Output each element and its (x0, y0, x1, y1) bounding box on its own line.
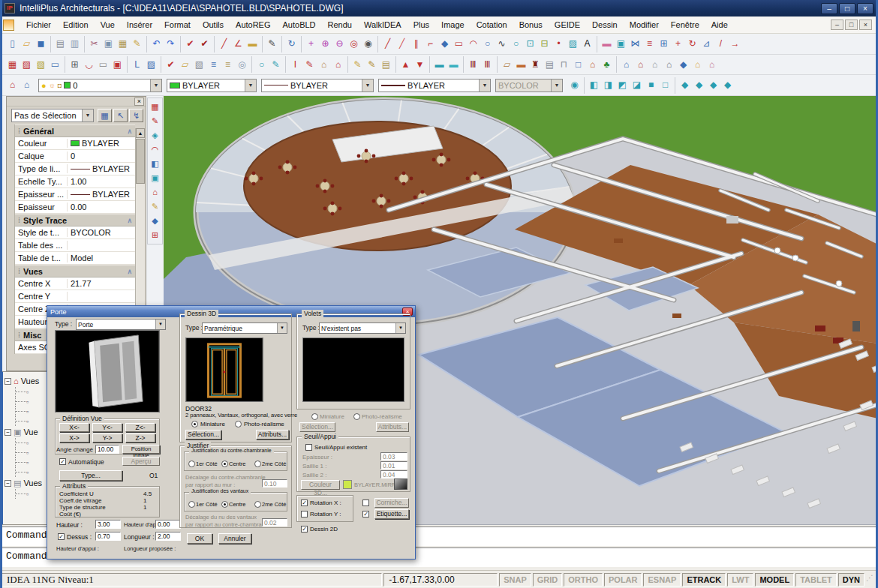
dessin-2d-checkbox[interactable]: ✓ (301, 526, 308, 532)
menu-fichier[interactable]: Fichier (20, 18, 57, 32)
pan-icon[interactable]: + (304, 37, 318, 51)
volets-type-combo[interactable]: N'existent pas▼ (319, 322, 406, 334)
property-row-type-de-li-[interactable]: Type de li...BYLAYER (15, 163, 135, 176)
menu-fenetre[interactable]: Fenêtre (665, 18, 705, 32)
property-value[interactable]: 0.00 (68, 202, 135, 212)
zoom-window-icon[interactable]: ◎ (347, 37, 361, 51)
railing-edit-icon[interactable]: Ⅲ (480, 58, 495, 72)
house-arrow-icon[interactable]: ⌂ (331, 58, 345, 72)
lineweight-combo[interactable]: BYLAYER ▼ (378, 79, 491, 92)
edit-pen-icon[interactable]: ✎ (269, 58, 283, 72)
toggle-esnap[interactable]: ESNAP (643, 573, 681, 586)
move-icon[interactable]: + (671, 37, 685, 51)
quick-select-icon[interactable]: ↯ (129, 109, 143, 122)
automatique-checkbox[interactable]: ✓ (59, 458, 66, 465)
scale-icon[interactable]: ⊿ (699, 37, 714, 51)
property-value[interactable]: Model (68, 254, 135, 262)
door-type-combo[interactable]: Porte▼ (76, 319, 166, 330)
close-button[interactable]: × (857, 3, 873, 14)
menu-format[interactable]: Format (158, 18, 197, 32)
v-centre-radio[interactable] (221, 501, 228, 508)
double-line-icon[interactable]: ∥ (409, 37, 423, 51)
hatch-icon[interactable]: ▨ (566, 37, 580, 51)
menu-bonus[interactable]: Bonus (513, 18, 549, 32)
wall-tool-icon[interactable]: ▦ (148, 100, 162, 114)
slab-tool-icon[interactable]: ◧ (148, 157, 162, 171)
toggle-ortho[interactable]: ORTHO (564, 573, 603, 586)
window-insert-icon[interactable]: ▣ (110, 58, 125, 72)
toggle-model[interactable]: MODEL (755, 573, 794, 586)
open-folder-icon[interactable]: ▱ (20, 37, 34, 51)
cabinet-icon[interactable]: ▤ (543, 58, 557, 72)
copy-entities-icon[interactable]: ▱ (178, 58, 192, 72)
house-pink-icon[interactable]: ⌂ (705, 58, 719, 72)
section-header-vues[interactable]: ⁞Vues∧ (15, 265, 135, 278)
chevron-down-icon[interactable]: ▼ (362, 80, 373, 92)
arc-icon[interactable]: ◠ (466, 37, 480, 51)
cut-icon[interactable]: ✂ (87, 37, 101, 51)
ok-button[interactable]: OK (187, 533, 212, 544)
wall-pen-icon[interactable]: ✎ (148, 114, 162, 128)
property-value[interactable]: BYCOLOR (68, 228, 135, 237)
cc-2me-cote-radio[interactable] (254, 460, 261, 467)
expand-icon[interactable]: − (5, 378, 11, 385)
seuil-existent-checkbox[interactable]: ✓ (305, 444, 312, 451)
property-value[interactable]: 1.00 (68, 177, 135, 186)
hauteur-field[interactable]: 3.00 (95, 520, 121, 529)
tree-icon[interactable]: ♣ (600, 58, 614, 72)
view-sw-cube-icon[interactable]: ◧ (587, 78, 601, 92)
copy-object-icon[interactable]: ▣ (614, 37, 628, 51)
property-value[interactable]: BYLAYER (68, 190, 135, 199)
position-initiale-button[interactable]: Position initiale (122, 445, 160, 454)
attributs-button[interactable]: Attributs... (256, 430, 289, 440)
property-value[interactable]: BYLAYER (68, 164, 135, 173)
chevron-down-icon[interactable]: ▼ (479, 80, 490, 92)
longueur-field[interactable]: 2.00 (155, 532, 181, 541)
property-row-style-de-t-[interactable]: Style de t...BYCOLOR (15, 226, 135, 239)
scroll-up-icon[interactable]: ▲ (136, 128, 145, 138)
selection-combo[interactable]: Pas de Sélection ▼ (11, 109, 94, 122)
insert-block-icon[interactable]: ⊡ (523, 37, 537, 51)
array-icon[interactable]: ⊞ (657, 37, 671, 51)
door-icon[interactable]: ▱ (500, 58, 514, 72)
rotation-x-checkbox[interactable]: ✓ (301, 500, 308, 506)
etiquette-checkbox[interactable]: ✓ (362, 511, 369, 518)
redo-icon[interactable]: ↷ (164, 37, 178, 51)
dessus-field[interactable]: 0.70 (95, 532, 121, 541)
view-x-plus-button[interactable]: X-> (59, 434, 89, 442)
angle-field[interactable]: 10.00 (95, 445, 119, 454)
zoom-out-icon[interactable]: ⊖ (332, 37, 347, 51)
endpoint-snap-icon[interactable]: ╱ (217, 37, 231, 51)
properties-panel-header[interactable]: × (7, 97, 146, 106)
regen-icon[interactable]: ↻ (284, 37, 299, 51)
paste-icon[interactable]: ▦ (116, 37, 130, 51)
dessus-checkbox[interactable]: ✓ (58, 533, 65, 540)
toggle-polar[interactable]: POLAR (604, 573, 642, 586)
text-style-icon[interactable]: I (288, 58, 302, 72)
chair-icon[interactable]: ♜ (528, 58, 543, 72)
annuler-button[interactable]: Annuler (218, 533, 251, 544)
line-icon[interactable]: ╱ (380, 37, 395, 51)
toggle-snap[interactable]: SNAP (499, 573, 531, 586)
cc-1er-cote-radio[interactable] (188, 460, 195, 467)
menu-vue[interactable]: Vue (95, 18, 121, 32)
roof-blue-icon[interactable]: ⌂ (20, 78, 34, 92)
spell-check-icon[interactable]: ✔ (183, 37, 197, 51)
miniature-radio[interactable] (191, 421, 198, 428)
photo-realisme-radio[interactable] (235, 421, 242, 428)
view-x-minus-button[interactable]: X<- (59, 423, 89, 432)
trim-icon[interactable]: / (714, 37, 728, 51)
arc-tool-icon[interactable]: ◠ (148, 142, 162, 157)
door-2d-preview[interactable] (185, 338, 263, 402)
minimize-button[interactable]: – (821, 3, 837, 14)
view-y-minus-button[interactable]: Y<- (92, 423, 122, 432)
angle-snap-icon[interactable]: ∠ (231, 37, 245, 51)
mirror-icon[interactable]: ⋈ (628, 37, 642, 51)
print-preview-icon[interactable]: ▥ (68, 37, 82, 51)
cc-centre-radio[interactable] (221, 460, 228, 467)
eraser-b-icon[interactable]: ▬ (447, 58, 461, 72)
house-grid-icon[interactable]: ⌂ (662, 58, 676, 72)
title-bar[interactable]: IP IntelliPlus Architecturals - [C:\IDEA… (0, 0, 878, 16)
wall-dimension-icon[interactable]: ▭ (48, 58, 62, 72)
collapse-icon[interactable]: ∧ (127, 217, 132, 224)
